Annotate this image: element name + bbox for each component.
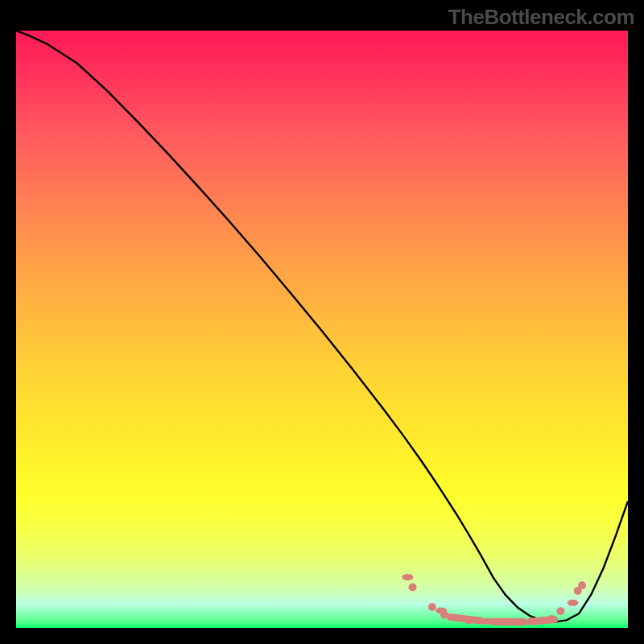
dot-marker xyxy=(578,581,586,589)
dotted-markers xyxy=(402,574,586,626)
curve-layer xyxy=(16,31,628,628)
dot-segment xyxy=(530,620,554,622)
dot-marker xyxy=(402,574,413,580)
dot-marker xyxy=(409,584,417,592)
main-curve-path xyxy=(16,31,628,622)
watermark-text: TheBottleneck.com xyxy=(448,5,634,30)
dot-marker xyxy=(556,607,564,615)
dot-segment xyxy=(451,617,481,621)
chart-container: TheBottleneck.com xyxy=(0,0,644,644)
dot-marker xyxy=(568,600,579,606)
plot-area xyxy=(16,31,628,628)
dot-marker xyxy=(428,603,436,611)
